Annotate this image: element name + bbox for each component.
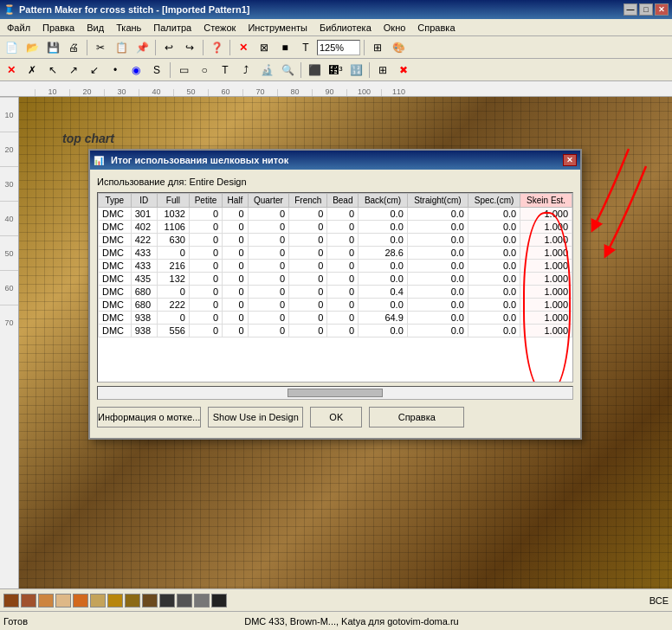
grid-button[interactable]: ⊞ [368,38,387,57]
ruler-mark-70: 70 [242,89,277,96]
cell-r3-c9: 0.0 [407,247,468,260]
menu-bar: ФайлПравкаВидТканьПалитраСтежокИнструмен… [0,19,672,36]
cell-r5-c2: 132 [157,273,189,286]
cell-r4-c3: 0 [189,260,222,273]
color-swatch-6[interactable] [107,594,123,608]
table-row: DMC938556000000.00.00.01.000 [99,325,572,338]
open-button[interactable]: 📂 [23,38,42,57]
cell-r7-c5: 0 [248,299,288,312]
circle-select[interactable]: ○ [195,61,214,80]
help-btn[interactable]: Справка [369,407,464,428]
cell-r0-c11: 1.000 [520,208,572,221]
color-swatch-4[interactable] [73,594,88,608]
stitch-count[interactable]: 🔢 [346,61,365,80]
color-swatch-1[interactable] [21,594,36,608]
color-swatch-10[interactable] [177,594,192,608]
menu-item-вид[interactable]: Вид [81,21,109,35]
ok-button[interactable]: OK [310,407,362,428]
arrow-tool-3[interactable]: ↙ [85,61,104,80]
color-swap[interactable]: ⬛ [305,61,324,80]
s-tool[interactable]: S [147,61,166,80]
arrow-tool-2[interactable]: ↗ [64,61,83,80]
modal-close-button[interactable]: ✕ [563,154,577,166]
color-picker-button[interactable]: 🎨 [389,38,408,57]
lasso-tool[interactable]: ⤴ [236,61,255,80]
cell-r6-c4: 0 [223,286,249,299]
cell-r9-c6: 0 [289,325,327,338]
minimize-button[interactable]: — [624,3,637,16]
copy-button[interactable]: 📋 [112,38,131,57]
cell-r6-c1: 680 [131,286,157,299]
show-use-button[interactable]: Show Use in Design [208,407,303,428]
color-swatch-8[interactable] [142,594,158,608]
redo-button[interactable]: ↪ [180,38,199,57]
color-swatch-2[interactable] [38,594,54,608]
text-tool[interactable]: T [296,38,315,57]
color-swatch-5[interactable] [90,594,106,608]
paste-button[interactable]: 📌 [132,38,152,57]
print-button[interactable]: 🖨 [64,38,83,57]
color-swatch-12[interactable] [211,594,227,608]
layers-tool[interactable]: ⁲³ [326,61,345,80]
magnify-tool[interactable]: 🔍 [278,61,297,80]
menu-item-окно[interactable]: Окно [378,21,411,35]
x-tool[interactable]: ✕ [234,38,253,57]
menu-item-палитра[interactable]: Палитра [148,21,197,35]
title-bar: 🧵 Pattern Maker for cross stitch - [Impo… [0,0,672,19]
half-cross-tool[interactable]: ✗ [23,61,42,80]
toolbar-row-1: 📄 📂 💾 🖨 ✂ 📋 📌 ↩ ↪ ❓ ✕ ⊠ ■ T ⊞ 🎨 [0,36,672,59]
cell-r8-c6: 0 [289,312,327,325]
menu-item-правка[interactable]: Правка [37,21,80,35]
color-swatch-0[interactable] [3,594,19,608]
menu-item-стежок[interactable]: Стежок [198,21,241,35]
menu-item-ткань[interactable]: Ткань [111,21,146,35]
cell-r8-c10: 0.0 [468,312,520,325]
menu-item-библиотека[interactable]: Библиотека [314,21,377,35]
fill-tool[interactable]: ⊠ [255,38,274,57]
scroll-thumb[interactable] [288,389,383,397]
color-swatch-3[interactable] [55,594,71,608]
eyedropper-tool[interactable]: 🔬 [257,61,276,80]
circle-tool[interactable]: ◉ [126,61,145,80]
color-swatch-9[interactable] [159,594,175,608]
cross-remove[interactable]: ✖ [394,61,413,80]
menu-item-инструменты[interactable]: Инструменты [242,21,313,35]
dot-tool[interactable]: • [106,61,125,80]
table-row: DMC4021106000000.00.00.01.000 [99,221,572,234]
cell-r7-c6: 0 [289,299,327,312]
color-swatch-7[interactable] [125,594,140,608]
maximize-button[interactable]: □ [639,3,653,16]
cut-button[interactable]: ✂ [91,38,110,57]
data-table-container[interactable]: TypeIDFullPetiteHalfQuarterFrenchBeadBac… [97,192,573,382]
cell-r2-c7: 0 [327,234,359,247]
cell-r3-c3: 0 [189,247,222,260]
save-button[interactable]: 💾 [43,38,62,57]
horizontal-scrollbar[interactable] [97,386,573,400]
ruler-mark-90: 90 [312,89,346,96]
t-tool[interactable]: T [216,61,235,80]
info-button[interactable]: Информация о мотке... [97,407,201,428]
menu-item-файл[interactable]: Файл [2,21,36,35]
cell-r4-c11: 1.000 [520,260,572,273]
cross-tool[interactable]: ✕ [2,61,21,80]
color-swatch-11[interactable] [194,594,210,608]
menu-item-справка[interactable]: Справка [412,21,460,35]
cell-r7-c7: 0 [327,299,359,312]
zoom-input[interactable] [317,40,360,55]
col-header-full: Full [157,194,189,208]
col-header-bead: Bead [327,194,359,208]
close-button[interactable]: ✕ [655,3,669,16]
rect-select[interactable]: ▭ [174,61,193,80]
cell-r7-c1: 680 [131,299,157,312]
arrow-tool-1[interactable]: ↖ [43,61,62,80]
cell-r9-c4: 0 [223,325,249,338]
col-header-half: Half [223,194,249,208]
cell-r7-c3: 0 [189,299,222,312]
grid-view[interactable]: ⊞ [373,61,392,80]
help-button[interactable]: ❓ [207,38,226,57]
cell-r2-c0: DMC [99,234,132,247]
undo-button[interactable]: ↩ [159,38,178,57]
new-button[interactable]: 📄 [2,38,21,57]
cell-r3-c2: 0 [157,247,189,260]
rect-tool[interactable]: ■ [275,38,294,57]
